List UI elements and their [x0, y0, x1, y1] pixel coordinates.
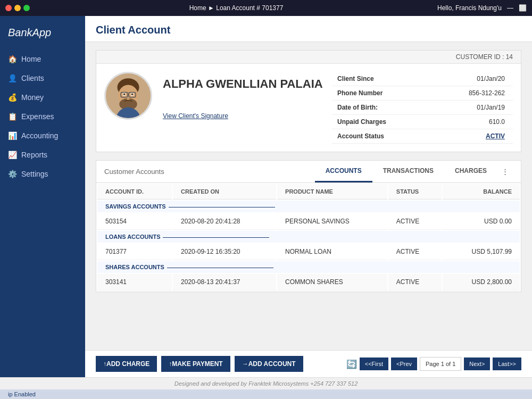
cell-status: ACTIVE	[388, 274, 442, 290]
col-created-on: CREATED ON	[173, 184, 276, 200]
sidebar-item-settings[interactable]: ⚙️ Settings	[0, 164, 85, 184]
add-account-button[interactable]: →ADD ACCOUNT	[235, 356, 303, 372]
unpaid-label: Unpaid Charges	[332, 115, 406, 129]
cell-balance: USD 2,800.00	[443, 274, 520, 290]
reports-icon: 📈	[8, 151, 17, 159]
customer-id-row: CUSTOMER ID : 14	[96, 51, 521, 64]
col-account-id: ACCOUNT ID.	[97, 184, 172, 200]
make-payment-button[interactable]: ↑MAKE PAYMENT	[161, 356, 230, 372]
breadcrumb: Home ► Loan Account # 701377	[35, 4, 437, 12]
sidebar-item-money[interactable]: 💰 Money	[0, 88, 85, 107]
status-row: Account Status ACTIV	[332, 129, 513, 144]
phone-label: Phone Number	[332, 86, 406, 100]
sidebar-item-accounting[interactable]: 📊 Accounting	[0, 126, 85, 145]
first-page-button[interactable]: <<First	[360, 358, 388, 370]
refresh-button[interactable]: 🔄	[346, 359, 357, 369]
page-header: Client Account	[85, 16, 532, 42]
accounts-section-title: Customer Accounts	[104, 161, 315, 182]
money-icon: 💰	[8, 93, 17, 102]
next-page-button[interactable]: Next>	[464, 358, 490, 370]
cell-product-name: COMMON SHARES	[277, 274, 387, 290]
unpaid-row: Unpaid Charges 610.0	[332, 115, 513, 129]
cell-created-on: 2020-08-20 20:41:28	[173, 213, 276, 230]
client-since-label: Client Since	[332, 72, 406, 86]
accounting-icon: 📊	[8, 131, 17, 140]
cell-created-on: 2020-09-12 16:35:20	[173, 244, 276, 260]
unpaid-value: 610.0	[406, 115, 513, 129]
table-row[interactable]: 303141 2020-08-13 20:41:37 COMMON SHARES…	[97, 274, 520, 290]
sidebar-label-accounting: Accounting	[21, 131, 58, 140]
client-info-table: Client Since 01/Jan/20 Phone Number 856-…	[332, 72, 513, 144]
cell-product-name: NORMAL LOAN	[277, 244, 387, 260]
cell-account-id: 503154	[97, 213, 172, 230]
status-label: Account Status	[332, 129, 406, 143]
settings-icon: ⚙️	[8, 170, 17, 178]
client-name: ALPHA GWENLLIAN PALAIA	[163, 72, 332, 91]
minimize-button[interactable]	[14, 5, 21, 11]
account-section-header: SAVINGS ACCOUNTS	[97, 201, 520, 212]
app-logo: BankApp	[0, 21, 85, 49]
cell-account-id: 303141	[97, 274, 172, 290]
minimize-icon[interactable]: —	[507, 4, 513, 12]
client-since-row: Client Since 01/Jan/20	[332, 72, 513, 86]
client-since-value: 01/Jan/20	[406, 72, 513, 86]
tab-accounts[interactable]: ACCOUNTS	[315, 161, 372, 182]
table-row[interactable]: 503154 2020-08-20 20:41:28 PERSONAL SAVI…	[97, 213, 520, 230]
expenses-icon: 📋	[8, 112, 17, 121]
cell-balance: USD 5,107.99	[443, 244, 520, 260]
traffic-lights	[5, 5, 30, 11]
cell-status: ACTIVE	[388, 213, 442, 230]
tip-bar: ip Enabled	[0, 389, 532, 399]
sidebar: BankApp 🏠 Home 👤 Clients 💰 Money 📋 Expen…	[0, 16, 85, 377]
svg-point-7	[131, 93, 134, 95]
sidebar-item-clients[interactable]: 👤 Clients	[0, 69, 85, 88]
cell-account-id: 701377	[97, 244, 172, 260]
status-value[interactable]: ACTIV	[406, 129, 513, 143]
cell-status: ACTIVE	[388, 244, 442, 260]
user-greeting: Hello, Francis Ndung'u — ⬜	[437, 4, 527, 12]
sidebar-label-expenses: Expenses	[21, 112, 54, 121]
sidebar-label-settings: Settings	[21, 170, 48, 178]
svg-point-6	[123, 93, 126, 95]
last-page-button[interactable]: Last>>	[493, 358, 521, 370]
accounts-section: Customer Accounts ACCOUNTS TRANSACTIONS …	[96, 160, 521, 292]
close-button[interactable]	[5, 5, 12, 11]
sidebar-label-reports: Reports	[21, 151, 47, 159]
tab-transactions[interactable]: TRANSACTIONS	[372, 161, 444, 182]
dob-value: 01/Jan/19	[406, 101, 513, 114]
account-section-header: LOANS ACCOUNTS	[97, 231, 520, 243]
sidebar-item-reports[interactable]: 📈 Reports	[0, 145, 85, 164]
sidebar-label-clients: Clients	[21, 74, 44, 82]
cell-balance: USD 0.00	[443, 213, 520, 230]
title-bar: Home ► Loan Account # 701377 Hello, Fran…	[0, 0, 532, 16]
tab-charges[interactable]: CHARGES	[444, 161, 497, 182]
page-body: CUSTOMER ID : 14	[85, 42, 532, 350]
add-charge-button[interactable]: ↑ADD CHARGE	[96, 356, 157, 372]
prev-page-button[interactable]: <Prev	[391, 358, 417, 370]
sidebar-item-home[interactable]: 🏠 Home	[0, 49, 85, 69]
tab-navigation: ACCOUNTS TRANSACTIONS CHARGES ⋮	[315, 161, 513, 182]
accounts-table: ACCOUNT ID. CREATED ON PRODUCT NAME STAT…	[96, 183, 521, 292]
home-icon: 🏠	[8, 55, 17, 63]
view-signature-link[interactable]: View Client's Signature	[163, 112, 228, 120]
accounts-header: Customer Accounts ACCOUNTS TRANSACTIONS …	[96, 161, 521, 183]
phone-value: 856-312-262	[406, 86, 513, 100]
account-section-header: SHARES ACCOUNTS	[97, 261, 520, 273]
maximize-icon[interactable]: ⬜	[519, 4, 527, 12]
client-card-top: ALPHA GWENLLIAN PALAIA View Client's Sig…	[96, 64, 521, 152]
maximize-button[interactable]	[23, 5, 30, 11]
col-status: STATUS	[388, 184, 442, 200]
app-footer: Designed and developed by Franktek Micro…	[0, 377, 532, 389]
sidebar-label-home: Home	[21, 55, 41, 63]
customer-id: CUSTOMER ID : 14	[456, 53, 513, 61]
svg-point-11	[127, 98, 130, 101]
pagination: 🔄 <<First <Prev Page 1 of 1 Next> Last>>	[346, 357, 521, 371]
sidebar-label-money: Money	[21, 93, 44, 102]
tab-more-icon[interactable]: ⋮	[497, 161, 513, 182]
client-card: CUSTOMER ID : 14	[96, 50, 521, 152]
sidebar-item-expenses[interactable]: 📋 Expenses	[0, 107, 85, 126]
table-row[interactable]: 701377 2020-09-12 16:35:20 NORMAL LOAN A…	[97, 244, 520, 260]
col-product-name: PRODUCT NAME	[277, 184, 387, 200]
clients-icon: 👤	[8, 74, 17, 82]
table-header-row: ACCOUNT ID. CREATED ON PRODUCT NAME STAT…	[97, 184, 520, 200]
